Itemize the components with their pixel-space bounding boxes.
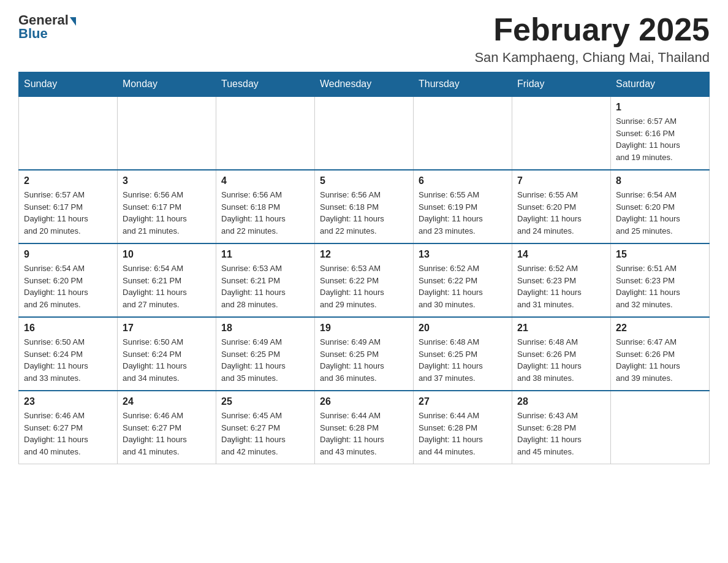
- day-number: 10: [123, 249, 211, 260]
- calendar-week-row: 9Sunrise: 6:54 AM Sunset: 6:20 PM Daylig…: [19, 243, 710, 317]
- logo-blue-text: Blue: [18, 26, 48, 42]
- day-number: 26: [320, 396, 408, 407]
- day-info: Sunrise: 6:49 AM Sunset: 6:25 PM Dayligh…: [221, 336, 309, 384]
- day-number: 17: [123, 323, 211, 334]
- calendar-week-row: 16Sunrise: 6:50 AM Sunset: 6:24 PM Dayli…: [19, 317, 710, 391]
- day-number: 23: [24, 396, 112, 407]
- day-info: Sunrise: 6:55 AM Sunset: 6:19 PM Dayligh…: [419, 189, 507, 237]
- day-number: 9: [24, 249, 112, 260]
- calendar-day-cell: 13Sunrise: 6:52 AM Sunset: 6:22 PM Dayli…: [414, 243, 512, 317]
- day-number: 4: [221, 175, 309, 186]
- day-number: 22: [616, 323, 704, 334]
- calendar-day-cell: 15Sunrise: 6:51 AM Sunset: 6:23 PM Dayli…: [611, 243, 710, 317]
- calendar-day-cell: 2Sunrise: 6:57 AM Sunset: 6:17 PM Daylig…: [19, 170, 118, 243]
- day-info: Sunrise: 6:51 AM Sunset: 6:23 PM Dayligh…: [616, 262, 704, 310]
- calendar-day-cell: [512, 96, 611, 170]
- calendar-day-cell: [315, 96, 414, 170]
- calendar-day-cell: 27Sunrise: 6:44 AM Sunset: 6:28 PM Dayli…: [414, 391, 512, 464]
- calendar-header-row: SundayMondayTuesdayWednesdayThursdayFrid…: [19, 72, 710, 97]
- calendar-day-cell: [216, 96, 315, 170]
- page-header: General Blue February 2025 San Kamphaeng…: [18, 12, 710, 66]
- calendar-day-cell: 9Sunrise: 6:54 AM Sunset: 6:20 PM Daylig…: [19, 243, 118, 317]
- calendar-day-cell: [414, 96, 512, 170]
- day-info: Sunrise: 6:55 AM Sunset: 6:20 PM Dayligh…: [517, 189, 605, 237]
- day-number: 20: [419, 323, 507, 334]
- title-block: February 2025 San Kamphaeng, Chiang Mai,…: [474, 12, 710, 66]
- day-info: Sunrise: 6:54 AM Sunset: 6:20 PM Dayligh…: [24, 262, 112, 310]
- day-number: 12: [320, 249, 408, 260]
- calendar-day-cell: 28Sunrise: 6:43 AM Sunset: 6:28 PM Dayli…: [512, 391, 611, 464]
- day-number: 11: [221, 249, 309, 260]
- location-subtitle: San Kamphaeng, Chiang Mai, Thailand: [474, 50, 710, 66]
- calendar-day-cell: 18Sunrise: 6:49 AM Sunset: 6:25 PM Dayli…: [216, 317, 315, 391]
- day-info: Sunrise: 6:50 AM Sunset: 6:24 PM Dayligh…: [24, 336, 112, 384]
- day-number: 21: [517, 323, 605, 334]
- weekday-header-sunday: Sunday: [19, 72, 118, 97]
- day-info: Sunrise: 6:50 AM Sunset: 6:24 PM Dayligh…: [123, 336, 211, 384]
- calendar-day-cell: 17Sunrise: 6:50 AM Sunset: 6:24 PM Dayli…: [118, 317, 216, 391]
- calendar-day-cell: 20Sunrise: 6:48 AM Sunset: 6:25 PM Dayli…: [414, 317, 512, 391]
- day-info: Sunrise: 6:46 AM Sunset: 6:27 PM Dayligh…: [123, 410, 211, 458]
- calendar-week-row: 23Sunrise: 6:46 AM Sunset: 6:27 PM Dayli…: [19, 391, 710, 464]
- day-info: Sunrise: 6:56 AM Sunset: 6:17 PM Dayligh…: [123, 189, 211, 237]
- weekday-header-saturday: Saturday: [611, 72, 710, 97]
- day-info: Sunrise: 6:49 AM Sunset: 6:25 PM Dayligh…: [320, 336, 408, 384]
- day-number: 25: [221, 396, 309, 407]
- day-info: Sunrise: 6:52 AM Sunset: 6:23 PM Dayligh…: [517, 262, 605, 310]
- logo: General Blue: [18, 12, 77, 42]
- day-number: 1: [616, 102, 704, 113]
- calendar-day-cell: 21Sunrise: 6:48 AM Sunset: 6:26 PM Dayli…: [512, 317, 611, 391]
- day-number: 2: [24, 175, 112, 186]
- calendar-day-cell: 7Sunrise: 6:55 AM Sunset: 6:20 PM Daylig…: [512, 170, 611, 243]
- weekday-header-monday: Monday: [118, 72, 216, 97]
- calendar-day-cell: [118, 96, 216, 170]
- day-number: 13: [419, 249, 507, 260]
- day-number: 18: [221, 323, 309, 334]
- day-info: Sunrise: 6:57 AM Sunset: 6:16 PM Dayligh…: [616, 115, 704, 163]
- day-info: Sunrise: 6:43 AM Sunset: 6:28 PM Dayligh…: [517, 410, 605, 458]
- calendar-day-cell: 26Sunrise: 6:44 AM Sunset: 6:28 PM Dayli…: [315, 391, 414, 464]
- calendar-day-cell: 5Sunrise: 6:56 AM Sunset: 6:18 PM Daylig…: [315, 170, 414, 243]
- calendar-day-cell: 23Sunrise: 6:46 AM Sunset: 6:27 PM Dayli…: [19, 391, 118, 464]
- day-info: Sunrise: 6:44 AM Sunset: 6:28 PM Dayligh…: [419, 410, 507, 458]
- day-info: Sunrise: 6:48 AM Sunset: 6:26 PM Dayligh…: [517, 336, 605, 384]
- calendar-day-cell: 16Sunrise: 6:50 AM Sunset: 6:24 PM Dayli…: [19, 317, 118, 391]
- logo-arrow-icon: [70, 17, 76, 26]
- day-number: 28: [517, 396, 605, 407]
- calendar-day-cell: 10Sunrise: 6:54 AM Sunset: 6:21 PM Dayli…: [118, 243, 216, 317]
- calendar-day-cell: [611, 391, 710, 464]
- calendar-day-cell: [19, 96, 118, 170]
- day-number: 3: [123, 175, 211, 186]
- day-info: Sunrise: 6:53 AM Sunset: 6:21 PM Dayligh…: [221, 262, 309, 310]
- weekday-header-tuesday: Tuesday: [216, 72, 315, 97]
- calendar-day-cell: 25Sunrise: 6:45 AM Sunset: 6:27 PM Dayli…: [216, 391, 315, 464]
- day-number: 16: [24, 323, 112, 334]
- calendar-day-cell: 19Sunrise: 6:49 AM Sunset: 6:25 PM Dayli…: [315, 317, 414, 391]
- day-number: 24: [123, 396, 211, 407]
- day-info: Sunrise: 6:48 AM Sunset: 6:25 PM Dayligh…: [419, 336, 507, 384]
- weekday-header-wednesday: Wednesday: [315, 72, 414, 97]
- calendar-day-cell: 8Sunrise: 6:54 AM Sunset: 6:20 PM Daylig…: [611, 170, 710, 243]
- day-info: Sunrise: 6:44 AM Sunset: 6:28 PM Dayligh…: [320, 410, 408, 458]
- day-number: 5: [320, 175, 408, 186]
- day-info: Sunrise: 6:54 AM Sunset: 6:21 PM Dayligh…: [123, 262, 211, 310]
- day-info: Sunrise: 6:46 AM Sunset: 6:27 PM Dayligh…: [24, 410, 112, 458]
- day-number: 8: [616, 175, 704, 186]
- day-number: 6: [419, 175, 507, 186]
- calendar-week-row: 1Sunrise: 6:57 AM Sunset: 6:16 PM Daylig…: [19, 96, 710, 170]
- calendar-day-cell: 1Sunrise: 6:57 AM Sunset: 6:16 PM Daylig…: [611, 96, 710, 170]
- calendar-day-cell: 4Sunrise: 6:56 AM Sunset: 6:18 PM Daylig…: [216, 170, 315, 243]
- day-number: 14: [517, 249, 605, 260]
- calendar-day-cell: 24Sunrise: 6:46 AM Sunset: 6:27 PM Dayli…: [118, 391, 216, 464]
- calendar-table: SundayMondayTuesdayWednesdayThursdayFrid…: [18, 72, 710, 464]
- calendar-day-cell: 11Sunrise: 6:53 AM Sunset: 6:21 PM Dayli…: [216, 243, 315, 317]
- day-info: Sunrise: 6:45 AM Sunset: 6:27 PM Dayligh…: [221, 410, 309, 458]
- day-info: Sunrise: 6:53 AM Sunset: 6:22 PM Dayligh…: [320, 262, 408, 310]
- day-number: 7: [517, 175, 605, 186]
- calendar-day-cell: 14Sunrise: 6:52 AM Sunset: 6:23 PM Dayli…: [512, 243, 611, 317]
- day-info: Sunrise: 6:56 AM Sunset: 6:18 PM Dayligh…: [221, 189, 309, 237]
- day-number: 27: [419, 396, 507, 407]
- calendar-day-cell: 6Sunrise: 6:55 AM Sunset: 6:19 PM Daylig…: [414, 170, 512, 243]
- calendar-day-cell: 12Sunrise: 6:53 AM Sunset: 6:22 PM Dayli…: [315, 243, 414, 317]
- day-info: Sunrise: 6:47 AM Sunset: 6:26 PM Dayligh…: [616, 336, 704, 384]
